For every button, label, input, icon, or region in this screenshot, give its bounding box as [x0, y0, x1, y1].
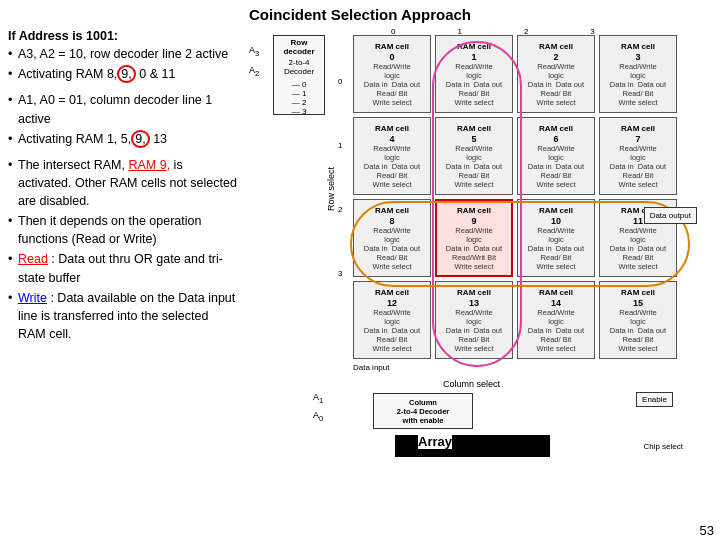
cell-10-num: 10 [551, 216, 561, 226]
cell-5-num: 5 [471, 134, 476, 144]
cell-0-num: 0 [389, 52, 394, 62]
cell-4-num: 4 [389, 134, 394, 144]
section3-list: The intersect RAM, RAM 9, is activated. … [8, 156, 237, 343]
ram-cell-5: RAM cell 5 Read/WritelogicData in Data o… [435, 117, 513, 195]
section1-list: A3, A2 = 10, row decoder line 2 active A… [8, 45, 237, 83]
data-output-label: Data output [650, 211, 691, 220]
cell-8-io: Read/WritelogicData in Data outRead/ Bit… [364, 226, 420, 271]
col-decoder-label: Column [409, 398, 437, 407]
section2-list: A1, A0 = 01, column decoder line 1 activ… [8, 91, 237, 147]
ram-cell-9: RAM cell 9 Read/WritelogicData in Data o… [435, 199, 513, 277]
write-link[interactable]: Write [18, 291, 47, 305]
cell-1-title: RAM cell [457, 42, 491, 51]
section3-item1: The intersect RAM, RAM 9, is activated. … [8, 156, 237, 210]
ram-diagram: Row decoder 2-to-4Decoder — 0 — 1 — 2 — … [243, 27, 703, 457]
ram-cell-7: RAM cell 7 Read/WritelogicData in Data o… [599, 117, 677, 195]
row-select-label: Row select [326, 167, 336, 211]
read-link[interactable]: Read [18, 252, 48, 266]
ram-cell-12: RAM cell 12 Read/WritelogicData in Data … [353, 281, 431, 359]
cell-11-num: 11 [633, 216, 643, 226]
cell-7-title: RAM cell [621, 124, 655, 133]
cell-14-title: RAM cell [539, 288, 573, 297]
cell-8-title: RAM cell [375, 206, 409, 215]
left-panel: If Address is 1001: A3, A2 = 10, row dec… [8, 27, 243, 457]
chip-select-label: Chip select [643, 442, 683, 451]
cell-0-title: RAM cell [375, 42, 409, 51]
cell-12-io: Read/WritelogicData in Data outRead/ Bit… [364, 308, 420, 353]
cell-3-num: 3 [635, 52, 640, 62]
ram-cell-4: RAM cell 4 Read/WritelogicData in Data o… [353, 117, 431, 195]
row-decoder-outputs: — 0 — 1 — 2 — 3 [292, 80, 307, 116]
enable-label: Enable [642, 395, 667, 404]
ram-cell-15: RAM cell 15 Read/WritelogicData in Data … [599, 281, 677, 359]
cell-11-io: Read/WritelogicData in Data outRead/ Bit… [610, 226, 666, 271]
a1-label: A1 [313, 392, 323, 405]
cell-9-io: Read/WritelogicData in Data outRead/Writ… [446, 226, 502, 271]
a3-label: A3 [249, 45, 259, 58]
cell-1-num: 1 [471, 52, 476, 62]
row-decoder-subtitle: 2-to-4Decoder [284, 58, 314, 76]
cell-4-io: Read/WritelogicData in Data outRead/ Bit… [364, 144, 420, 189]
cell-6-io: Read/WritelogicData in Data outRead/ Bit… [528, 144, 584, 189]
ram-cell-6: RAM cell 6 Read/WritelogicData in Data o… [517, 117, 595, 195]
cell-7-num: 7 [635, 134, 640, 144]
row-decoder-box: Row decoder 2-to-4Decoder — 0 — 1 — 2 — … [273, 35, 325, 115]
cell-2-io: Read/WritelogicData in Data outRead/ Bit… [528, 62, 584, 107]
section1-item1: A3, A2 = 10, row decoder line 2 active [8, 45, 237, 63]
col-select-label: Column select [443, 379, 500, 389]
row-labels: 0123 [338, 77, 342, 278]
cell-1-io: Read/WritelogicData in Data outRead/ Bit… [446, 62, 502, 107]
cell-2-num: 2 [553, 52, 558, 62]
cell-13-num: 13 [469, 298, 479, 308]
cell-9-num: 9 [471, 216, 476, 226]
cell-14-io: Read/WritelogicData in Data outRead/ Bit… [528, 308, 584, 353]
row-decoder-label: Row decoder [274, 38, 324, 56]
cell-2-title: RAM cell [539, 42, 573, 51]
section3-item2: Then it depends on the operation functio… [8, 212, 237, 248]
a2-label: A2 [249, 65, 259, 78]
cell-10-title: RAM cell [539, 206, 573, 215]
cell-15-num: 15 [633, 298, 643, 308]
cell-5-title: RAM cell [457, 124, 491, 133]
section3-item3: Read : Data out thru OR gate and tri-sta… [8, 250, 237, 286]
cell-12-num: 12 [387, 298, 397, 308]
cell-4-title: RAM cell [375, 124, 409, 133]
section1-item2: Activating RAM 8,9, 0 & 11 [8, 65, 237, 83]
ram-cell-8: RAM cell 8 Read/WritelogicData in Data o… [353, 199, 431, 277]
col-labels: 0123 [391, 27, 595, 36]
ram-cell-10: RAM cell 10 Read/WritelogicData in Data … [517, 199, 595, 277]
cell-10-io: Read/WritelogicData in Data outRead/ Bit… [528, 226, 584, 271]
section3: The intersect RAM, RAM 9, is activated. … [8, 156, 237, 343]
section1-header: If Address is 1001: [8, 27, 237, 45]
cell-7-io: Read/WritelogicData in Data outRead/ Bit… [610, 144, 666, 189]
cell-6-title: RAM cell [539, 124, 573, 133]
col-decoder-box: Column 2-to-4 Decoder with enable [373, 393, 473, 429]
right-panel: Row decoder 2-to-4Decoder — 0 — 1 — 2 — … [243, 27, 712, 457]
cell-15-title: RAM cell [621, 288, 655, 297]
cell-13-io: Read/WritelogicData in Data outRead/ Bit… [446, 308, 502, 353]
data-output-box: Data output [644, 207, 697, 224]
ram-cell-2: RAM cell 2 Read/WritelogicData in Data o… [517, 35, 595, 113]
data-input-label: Data input [353, 363, 389, 372]
col-decoder-enable: with enable [403, 416, 444, 425]
section3-item4: Write : Data available on the Data input… [8, 289, 237, 343]
array-label: Array [418, 434, 452, 449]
a0-label: A0 [313, 410, 323, 423]
ram-cell-1: RAM cell 1 Read/WritelogicData in Data o… [435, 35, 513, 113]
cell-5-io: Read/WritelogicData in Data outRead/ Bit… [446, 144, 502, 189]
ram-grid: RAM cell 0 Read/WritelogicData in Data o… [353, 35, 677, 359]
cell-12-title: RAM cell [375, 288, 409, 297]
cell-15-io: Read/WritelogicData in Data outRead/ Bit… [610, 308, 666, 353]
cell-0-io: Read/WritelogicData in Data outRead/ Bit… [364, 62, 420, 107]
ram-cell-13: RAM cell 13 Read/WritelogicData in Data … [435, 281, 513, 359]
ram9-link[interactable]: RAM 9, [128, 158, 170, 172]
section2-item2: Activating RAM 1, 5,9, 13 [8, 130, 237, 148]
col-decoder-subtitle: 2-to-4 Decoder [397, 407, 450, 416]
cell-3-title: RAM cell [621, 42, 655, 51]
page-number: 53 [700, 523, 714, 538]
section2-item1: A1, A0 = 01, column decoder line 1 activ… [8, 91, 237, 127]
page-title: Coincident Selection Approach [0, 0, 720, 27]
enable-box: Enable [636, 392, 673, 407]
cell-6-num: 6 [553, 134, 558, 144]
cell-9-title: RAM cell [457, 206, 491, 215]
